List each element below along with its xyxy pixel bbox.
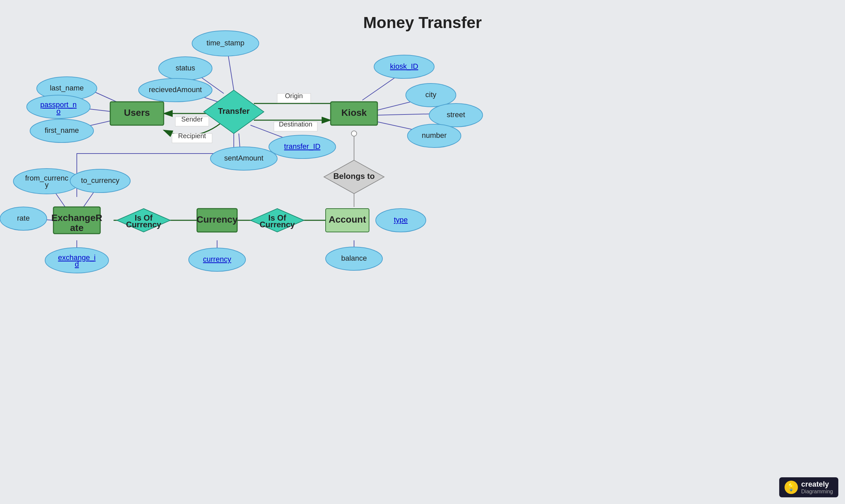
users-label: Users xyxy=(124,107,150,118)
exchangerate-label2: ate xyxy=(70,223,84,233)
destination-label: Destination xyxy=(279,121,312,128)
currency-attr-text: currency xyxy=(203,255,231,263)
recievedamount-text: recievedAmount xyxy=(149,86,202,94)
creately-name: creately xyxy=(801,480,833,489)
rate-text: rate xyxy=(17,214,30,222)
tocurrency-text: to_currency xyxy=(81,176,120,184)
creately-subtitle: Diagramming xyxy=(801,489,833,494)
recipient-label: Recipient xyxy=(178,132,206,140)
transferid-text: transfer_ID xyxy=(284,142,321,150)
account-label: Account xyxy=(329,214,366,224)
street-text: street xyxy=(446,110,465,119)
diagram-container: Money Transfer Sender Recipient Origin xyxy=(0,0,845,504)
timestamp-text: time_stamp xyxy=(206,39,245,47)
number-text: number xyxy=(422,131,447,140)
type-text: type xyxy=(394,216,408,224)
balance-text: balance xyxy=(341,254,367,262)
er-diagram: Sender Recipient Origin Destination xyxy=(0,0,845,504)
origin-label: Origin xyxy=(285,92,303,100)
exchangerate-label1: ExchangeR xyxy=(51,213,103,223)
kioskid-text: kiosk_ID xyxy=(390,62,418,70)
creately-badge: 💡 creately Diagramming xyxy=(779,477,838,497)
status-text: status xyxy=(176,64,195,72)
exchangeid-text2: d xyxy=(75,260,79,268)
currency-label: Currency xyxy=(197,214,238,224)
firstname-text: first_name xyxy=(45,126,79,134)
lastname-text: last_name xyxy=(50,84,84,92)
passportno-text2: o xyxy=(56,107,60,115)
fromcurrency-text2: y xyxy=(45,181,49,189)
svg-point-7 xyxy=(351,131,357,136)
creately-bulb-icon: 💡 xyxy=(785,481,798,494)
ioc-left-label2: Currency xyxy=(126,220,161,229)
city-text: city xyxy=(425,90,437,99)
belongs-to-label: Belongs to xyxy=(333,172,375,181)
sentamount-text: sentAmount xyxy=(224,154,263,162)
transfer-label: Transfer xyxy=(218,107,250,115)
kiosk-label: Kiosk xyxy=(341,107,367,118)
ioc-right-label2: Currency xyxy=(260,220,295,229)
sender-label: Sender xyxy=(181,115,203,123)
creately-text-block: creately Diagramming xyxy=(801,480,833,494)
